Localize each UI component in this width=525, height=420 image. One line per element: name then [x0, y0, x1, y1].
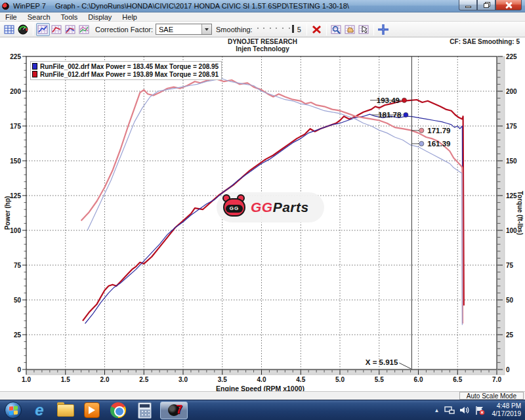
menu-search[interactable]: Search [22, 12, 56, 22]
title-bar: WinPEP 7 Graph - C:\DynoRuns\HONDA\CIVIC… [0, 0, 525, 12]
graph-run-icon[interactable] [36, 23, 50, 36]
x-tick: 3.5 [218, 376, 227, 383]
clock[interactable]: 4:48 PM 4/17/2019 [490, 402, 522, 419]
table-icon[interactable] [3, 23, 16, 36]
chart-subtitle: Injen Technology [0, 45, 525, 52]
y-tick-right: 150 [506, 158, 517, 165]
volume-icon[interactable] [459, 406, 470, 415]
calculator-icon[interactable] [131, 400, 158, 420]
network-icon[interactable] [444, 406, 455, 415]
chrome-icon[interactable] [105, 400, 131, 420]
pick-graph-icon[interactable] [357, 23, 371, 36]
menu-display[interactable]: Display [83, 12, 117, 22]
x-tick: 2.5 [139, 376, 148, 383]
right-axis-title: Torque (ft-lbs) [516, 191, 524, 235]
marker-label: 181.78 [378, 111, 402, 119]
x-tick: 6.0 [414, 376, 423, 383]
x-axis-title: Engine Speed (RPM x1000) [216, 385, 304, 391]
correction-factor-label: Correction Factor: [95, 26, 153, 33]
x-tick: 6.5 [453, 376, 462, 383]
legend-swatch-blue [32, 63, 37, 70]
legend-row: RunFile_002.drf Max Power = 183.45 Max T… [32, 62, 219, 70]
winpep-taskbar-button[interactable]: 7 [158, 400, 190, 420]
restore-button[interactable] [477, 0, 495, 10]
marker-label: 171.79 [427, 127, 450, 135]
slider-handle[interactable] [292, 25, 294, 33]
action-center-flag-icon[interactable] [474, 406, 485, 415]
y-tick-right: 50 [506, 297, 514, 304]
gauge-icon[interactable] [16, 23, 30, 36]
window-controls [459, 0, 522, 10]
menu-help[interactable]: Help [117, 12, 142, 22]
smoothing-slider[interactable] [257, 25, 295, 34]
y-tick-right: 225 [506, 53, 517, 60]
zoom-graph-icon[interactable] [329, 23, 343, 36]
x-tick: 7.0 [492, 376, 501, 383]
marker-dot [419, 128, 424, 133]
graph-multi-icon[interactable] [77, 23, 91, 36]
y-tick-left: 150 [10, 158, 21, 165]
correction-factor-value: SAE [156, 26, 201, 33]
y-tick-right: 200 [506, 88, 517, 95]
y-tick-left: 225 [10, 53, 21, 60]
correction-factor-select[interactable]: SAE [156, 24, 212, 35]
pan-graph-icon[interactable] [343, 23, 357, 36]
media-player-icon[interactable] [79, 400, 105, 420]
smoothing-label: Smoothing: [216, 26, 253, 33]
graph-compare-icon[interactable] [64, 23, 77, 36]
x-tick: 5.0 [335, 376, 345, 383]
marker-dot [419, 141, 424, 146]
marker-label: 193.49 [377, 96, 400, 104]
chart-settings: CF: SAE Smoothing: 5 [450, 38, 520, 45]
y-tick-left: 100 [10, 227, 21, 234]
taskbar: e 7 ▲ 4:48 PM 4/17/2019 [0, 400, 525, 420]
winpep-window: WinPEP 7 Graph - C:\DynoRuns\HONDA\CIVIC… [0, 0, 525, 420]
y-tick-right: 0 [506, 366, 510, 373]
smoothing-value: 5 [297, 26, 301, 33]
status-bar: Auto Scale Mode [0, 391, 525, 400]
tray-time: 4:48 PM [492, 402, 522, 411]
y-tick-left: 175 [10, 123, 21, 130]
minimize-button[interactable] [459, 0, 477, 10]
y-tick-left: 125 [10, 192, 21, 200]
legend-row: RunFile_012.drf Max Power = 193.89 Max T… [32, 70, 219, 78]
graph-overlay-icon[interactable] [50, 23, 64, 36]
tray-date: 4/17/2019 [492, 410, 522, 419]
delete-run-icon[interactable] [310, 23, 324, 36]
marker-dot [404, 112, 408, 117]
legend-swatch-red [32, 71, 37, 77]
chevron-down-icon[interactable] [201, 24, 211, 34]
ggparts-watermark: GG GGParts [217, 192, 324, 222]
internet-explorer-icon[interactable]: e [26, 400, 52, 420]
y-tick-right: 75 [506, 262, 514, 269]
crosshair-icon[interactable] [377, 23, 390, 36]
y-tick-left: 0 [17, 366, 21, 373]
start-button[interactable] [0, 400, 26, 420]
legend-label: RunFile_002.drf Max Power = 183.45 Max T… [40, 63, 219, 70]
window-title: Graph - C:\DynoRuns\HONDA\CIVIC\2017 HON… [55, 2, 349, 10]
menu-tools[interactable]: Tools [56, 12, 83, 22]
tray-expand-icon[interactable]: ▲ [434, 408, 440, 413]
file-explorer-icon[interactable] [52, 400, 79, 420]
menu-file[interactable]: File [0, 12, 22, 22]
bottom-axis-ribbon [26, 370, 505, 375]
toolbar: Correction Factor: SAE Smoothing: 5 [0, 22, 525, 37]
chart-brand: DYNOJET RESEARCH [0, 38, 525, 45]
x-tick: 1.0 [22, 376, 31, 383]
y-tick-left: 75 [14, 262, 22, 269]
cursor-x-label: X = 5.915 [366, 358, 398, 366]
marker-dot [402, 98, 406, 102]
x-tick: 2.0 [100, 376, 110, 383]
y-tick-left: 50 [14, 297, 22, 304]
gg-bear-logo-icon: GG [223, 196, 247, 219]
x-tick: 5.5 [375, 376, 384, 383]
y-tick-left: 200 [10, 88, 21, 95]
x-tick: 3.0 [178, 376, 188, 383]
right-axis-ribbon [497, 56, 505, 369]
y-tick-right: 175 [506, 123, 517, 130]
close-button[interactable] [495, 0, 522, 10]
x-tick: 1.5 [61, 376, 70, 383]
marker-label: 161.39 [427, 140, 450, 148]
legend-label: RunFile_012.drf Max Power = 193.89 Max T… [40, 71, 219, 78]
menu-bar: File Search Tools Display Help [0, 12, 525, 22]
